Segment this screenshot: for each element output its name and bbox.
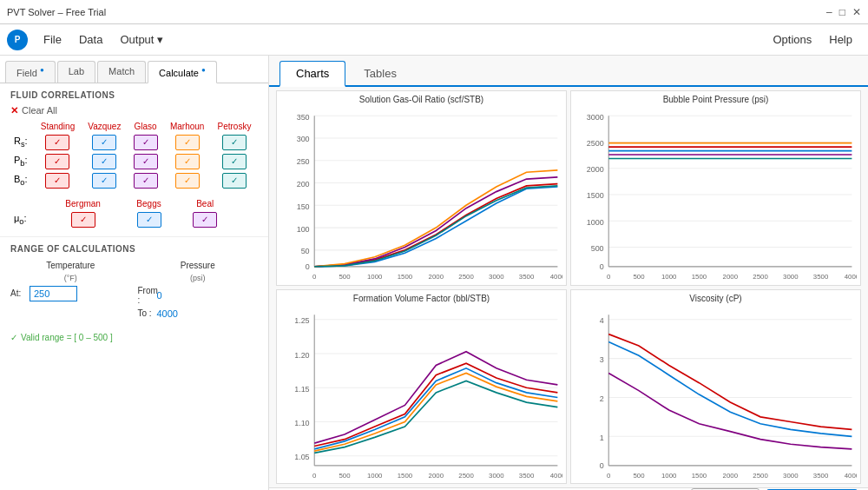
chart-rs-svg: 350 300 250 200 150 100 50 0 0 500 1000 … xyxy=(280,106,562,281)
menu-data[interactable]: Data xyxy=(70,30,111,50)
svg-text:1.20: 1.20 xyxy=(294,350,309,359)
header-glaso: Glaso xyxy=(128,120,163,133)
app-title: PVT Solver – Free Trial xyxy=(7,7,826,17)
to-value: 4000 xyxy=(157,308,178,319)
bo-vazquez-checkbox[interactable]: ✓ xyxy=(92,173,116,189)
svg-text:0: 0 xyxy=(607,472,611,480)
left-panel: Field ● Lab Match Calculate ● FLUID CORR… xyxy=(0,56,269,490)
svg-text:1500: 1500 xyxy=(692,273,707,281)
pb-petrosky-checkbox[interactable]: ✓ xyxy=(222,154,247,169)
svg-text:0: 0 xyxy=(600,262,604,271)
bo-petrosky-checkbox[interactable]: ✓ xyxy=(222,173,247,189)
svg-text:3000: 3000 xyxy=(783,273,799,281)
svg-text:2: 2 xyxy=(600,394,604,403)
svg-text:2500: 2500 xyxy=(458,472,474,480)
header-beggs: Beggs xyxy=(121,197,177,210)
tab-match[interactable]: Match xyxy=(97,61,146,83)
svg-text:500: 500 xyxy=(339,472,351,480)
close-button[interactable]: ✕ xyxy=(852,6,861,18)
rs-standing-checkbox[interactable]: ✓ xyxy=(45,135,69,150)
pb-standing-checkbox[interactable]: ✓ xyxy=(45,154,69,169)
range-title: RANGE OF CALCULATIONS xyxy=(10,244,258,254)
svg-text:4000: 4000 xyxy=(550,273,562,281)
svg-text:3: 3 xyxy=(600,355,604,364)
from-row: From : 0 xyxy=(138,286,259,305)
rs-marhoun-checkbox[interactable]: ✓ xyxy=(175,135,200,150)
bo-standing-checkbox[interactable]: ✓ xyxy=(45,173,69,189)
bo-marhoun-checkbox[interactable]: ✓ xyxy=(175,173,200,189)
pressure-group: Pressure (psi) From : 0 To : 4000 xyxy=(138,261,259,322)
pb-marhoun-checkbox[interactable]: ✓ xyxy=(175,154,200,169)
svg-text:1500: 1500 xyxy=(398,273,413,281)
svg-text:4000: 4000 xyxy=(845,472,857,480)
svg-text:3500: 3500 xyxy=(813,273,829,281)
temp-input-row: At: xyxy=(10,286,131,301)
svg-text:2500: 2500 xyxy=(587,139,604,148)
rs-vazquez-checkbox[interactable]: ✓ xyxy=(92,135,116,150)
mu-bergman-checkbox[interactable]: ✓ xyxy=(71,212,95,228)
pb-vazquez-checkbox[interactable]: ✓ xyxy=(92,154,116,169)
svg-text:2000: 2000 xyxy=(723,273,739,281)
mu-beggs-checkbox[interactable]: ✓ xyxy=(137,212,161,228)
label-rs: Rs: xyxy=(10,133,34,152)
menubar: P File Data Output ▾ Options Help xyxy=(0,24,868,56)
svg-text:1500: 1500 xyxy=(692,472,707,480)
menu-file[interactable]: File xyxy=(35,30,70,50)
from-label: From : xyxy=(138,286,154,305)
maximize-button[interactable]: □ xyxy=(839,6,845,18)
label-bo: Bo: xyxy=(10,171,34,190)
header-standing: Standing xyxy=(34,120,82,133)
bo-glaso-checkbox[interactable]: ✓ xyxy=(134,173,158,189)
svg-text:0: 0 xyxy=(607,273,611,281)
temperature-input[interactable] xyxy=(30,286,77,301)
app-logo: P xyxy=(7,30,28,50)
tab-tables[interactable]: Tables xyxy=(347,61,413,85)
right-tabs: Charts Tables xyxy=(269,56,868,87)
svg-text:1000: 1000 xyxy=(587,218,604,227)
svg-text:4: 4 xyxy=(600,316,604,325)
menu-output[interactable]: Output ▾ xyxy=(111,30,172,50)
svg-text:1.15: 1.15 xyxy=(294,384,309,393)
svg-text:2500: 2500 xyxy=(753,273,768,281)
chart-pb-svg: 3000 2500 2000 1500 1000 500 0 0 500 100… xyxy=(575,106,857,281)
pb-glaso-checkbox[interactable]: ✓ xyxy=(134,154,158,169)
chart-pb: Bubble Point Pressure (psi) 3000 2500 20… xyxy=(570,90,861,286)
tab-charts[interactable]: Charts xyxy=(279,61,345,87)
svg-text:3500: 3500 xyxy=(519,273,535,281)
svg-text:1.10: 1.10 xyxy=(294,419,309,427)
tab-field[interactable]: Field ● xyxy=(5,61,56,83)
row-bo: Bo: ✓ ✓ ✓ ✓ ✓ xyxy=(10,171,258,190)
menu-help[interactable]: Help xyxy=(820,30,861,50)
header-vazquez: Vazquez xyxy=(82,120,128,133)
minimize-button[interactable]: – xyxy=(826,6,832,18)
svg-text:1500: 1500 xyxy=(398,472,413,480)
row-mu: μo: ✓ ✓ ✓ xyxy=(10,210,258,229)
header-beal: Beal xyxy=(177,197,233,210)
main-content: Field ● Lab Match Calculate ● FLUID CORR… xyxy=(0,56,868,490)
svg-text:1: 1 xyxy=(600,433,604,441)
svg-text:1.25: 1.25 xyxy=(294,316,309,325)
rs-glaso-checkbox[interactable]: ✓ xyxy=(134,135,158,150)
chart-mu-title: Viscosity (cP) xyxy=(575,294,857,303)
temp-unit: (°F) xyxy=(10,274,131,282)
svg-text:350: 350 xyxy=(297,113,310,122)
clear-all-button[interactable]: ✕ Clear All xyxy=(10,105,57,116)
rs-petrosky-checkbox[interactable]: ✓ xyxy=(222,135,247,150)
temp-at-label: At: xyxy=(10,288,26,298)
tab-lab[interactable]: Lab xyxy=(57,61,95,83)
svg-text:500: 500 xyxy=(591,244,604,253)
svg-text:2000: 2000 xyxy=(429,472,444,480)
clear-all-label: Clear All xyxy=(22,105,57,116)
viscosity-section: Bergman Beggs Beal μo: ✓ ✓ ✓ xyxy=(10,197,258,229)
temperature-group: Temperature (°F) At: xyxy=(10,261,131,305)
header-bergman: Bergman xyxy=(45,197,121,210)
mu-beal-checkbox[interactable]: ✓ xyxy=(193,212,217,228)
menu-options[interactable]: Options xyxy=(764,30,820,50)
label-pb: Pb: xyxy=(10,152,34,171)
svg-text:2500: 2500 xyxy=(753,472,768,480)
valid-icon: ✓ xyxy=(10,333,17,342)
tab-calculate[interactable]: Calculate ● xyxy=(148,61,217,83)
titlebar: PVT Solver – Free Trial – □ ✕ xyxy=(0,0,868,24)
range-section: RANGE OF CALCULATIONS Temperature (°F) A… xyxy=(0,236,268,329)
svg-text:200: 200 xyxy=(297,180,310,189)
